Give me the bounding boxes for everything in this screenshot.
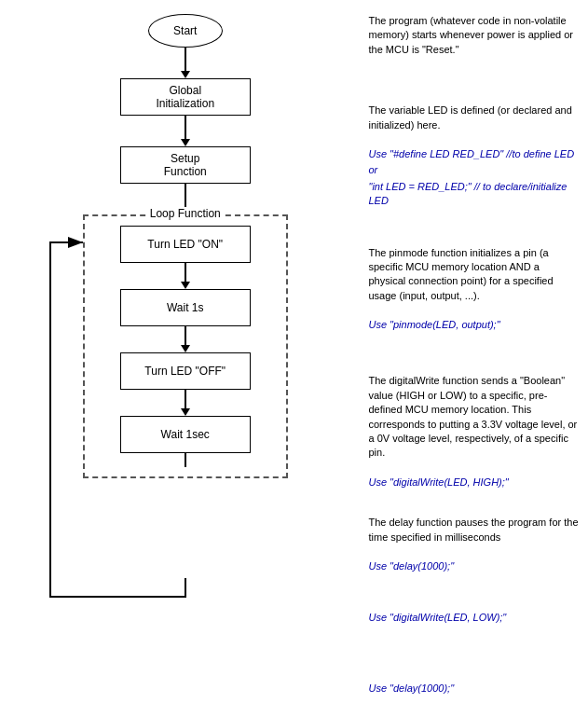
ann3-code: Use "pinmode(LED, output);" [368,318,579,332]
loop-function-label: Loop Function [146,207,225,220]
ann2-code2: "int LED = RED_LED;" // to declare/initi… [368,180,579,209]
annotation-2: The variable LED is defined (or declared… [368,103,579,210]
ann2-text: The variable LED is defined (or declared… [368,103,579,132]
arrow-6 [181,390,190,416]
global-init-label: GlobalInitialization [156,84,214,110]
ann4-code: Use "digitalWrite(LED, HIGH);" [368,476,579,489]
main-area: Start GlobalInitialization [9,9,579,717]
loop-box: Loop Function Turn LED "ON" Wait 1s [83,214,288,478]
arrow-shaft-1 [185,48,186,71]
ann5-code: Use "delay(1000);" [368,559,579,573]
annotation-6: Use "digitalWrite(LED, LOW);" [368,611,579,627]
setup-label: SetupFunction [164,152,207,178]
annotation-3: The pinmode function initializes a pin (… [368,246,579,335]
wait1-shape: Wait 1s [120,289,251,326]
arrow-4 [181,263,190,289]
turn-on-label: Turn LED "ON" [147,238,223,251]
annotation-5: The delay function pauses the program fo… [368,516,579,575]
start-shape: Start [148,14,223,48]
wait2-shape: Wait 1sec [120,416,251,453]
loop-area: Loop Function Turn LED "ON" Wait 1s [36,214,335,478]
ann3-text: The pinmode function initializes a pin (… [368,246,579,304]
ann2-code1: Use "#define LED RED_LED" //to define LE… [368,147,579,161]
annotation-7: Use "delay(1000);" [368,682,579,697]
ann2-code-or: or [368,163,579,177]
ann5-text: The delay function pauses the program fo… [368,516,579,545]
wait1-label: Wait 1s [167,301,204,314]
arrow-shaft-2 [185,116,186,139]
turn-on-shape: Turn LED "ON" [120,226,251,263]
global-init-shape: GlobalInitialization [120,78,251,116]
turn-off-shape: Turn LED "OFF" [120,352,251,390]
flowchart-column: Start GlobalInitialization [9,9,361,717]
arrow-2 [181,116,190,146]
ann7-code: Use "delay(1000);" [368,682,579,696]
ann1-text: The program (whatever code in non-volati… [368,14,579,57]
arrow-shaft-3 [185,184,186,207]
ann6-code: Use "digitalWrite(LED, LOW);" [368,611,579,625]
annotations-column: The program (whatever code in non-volati… [361,9,579,717]
arrow-head-1 [181,71,190,78]
setup-shape: SetupFunction [120,146,251,184]
arrow-head-2 [181,139,190,146]
wait2-label: Wait 1sec [161,428,210,441]
annotation-4: The digitalWrite function sends a "Boole… [368,374,579,491]
arrow-1 [181,48,190,78]
start-label: Start [173,24,197,37]
bottom-shaft [185,453,186,467]
annotation-1: The program (whatever code in non-volati… [368,14,579,59]
turn-off-label: Turn LED "OFF" [144,365,226,378]
arrow-5 [181,326,190,352]
page-container: Start GlobalInitialization [9,9,579,717]
ann4-text: The digitalWrite function sends a "Boole… [368,374,579,460]
